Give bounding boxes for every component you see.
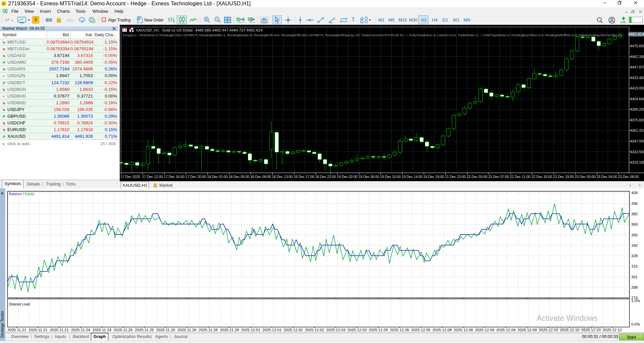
svg-text:4447.870: 4447.870 xyxy=(630,65,644,69)
svg-text:22 Dec 07:00: 22 Dec 07:00 xyxy=(488,175,509,179)
svg-text:315: 315 xyxy=(631,264,638,268)
svg-text:18 Dec 21:00: 18 Dec 21:00 xyxy=(315,175,336,179)
svg-text:2025.11.25: 2025.11.25 xyxy=(114,328,133,332)
svg-text:23 Dec 04:00: 23 Dec 04:00 xyxy=(596,175,617,179)
svg-text:2025.11.21: 2025.11.21 xyxy=(50,328,69,332)
svg-text:18 Dec 01:00: 18 Dec 01:00 xyxy=(207,175,228,179)
svg-text:LVL: LVL xyxy=(621,20,627,24)
svg-text:409: 409 xyxy=(631,191,638,195)
svg-text:342: 342 xyxy=(631,243,638,247)
svg-text:4390.230: 4390.230 xyxy=(630,107,644,111)
svg-text:4361.410: 4361.410 xyxy=(630,128,644,132)
svg-text:2025.12.08: 2025.12.08 xyxy=(432,328,452,332)
svg-text:2025.12.03: 2025.12.03 xyxy=(347,328,367,332)
svg-text:4419.050: 4419.050 xyxy=(630,86,644,90)
svg-text:22 Dec 19:00: 22 Dec 19:00 xyxy=(553,175,574,179)
svg-text:22 Dec 15:00: 22 Dec 15:00 xyxy=(532,175,552,179)
svg-text:22 Dec 11:00: 22 Dec 11:00 xyxy=(510,175,530,179)
svg-text:4433.460: 4433.460 xyxy=(630,76,644,80)
svg-text:18 Dec 05:00: 18 Dec 05:00 xyxy=(229,175,250,179)
svg-text:2025.11.24: 2025.11.24 xyxy=(92,328,111,332)
svg-text:2025.12.05: 2025.12.05 xyxy=(390,328,409,332)
svg-text:2025.11.21: 2025.11.21 xyxy=(7,328,26,332)
svg-text:4347.000: 4347.000 xyxy=(630,139,644,143)
svg-text:301: 301 xyxy=(631,275,638,279)
svg-text:18 Dec 17:00: 18 Dec 17:00 xyxy=(293,175,314,179)
svg-text:19 Dec 10:00: 19 Dec 10:00 xyxy=(380,175,401,179)
svg-text:2025.12.02: 2025.12.02 xyxy=(283,328,303,332)
svg-text:Strategy Tester: Strategy Tester xyxy=(0,311,5,338)
svg-text:0.0%: 0.0% xyxy=(631,322,640,326)
svg-text:2025.12.05: 2025.12.05 xyxy=(369,328,388,332)
svg-text:2025.12.05: 2025.12.05 xyxy=(411,328,431,332)
svg-text:2025.11.26: 2025.11.26 xyxy=(177,328,197,332)
svg-text:23 Dec 00:00: 23 Dec 00:00 xyxy=(575,175,596,179)
svg-text:4318.180: 4318.180 xyxy=(630,160,644,164)
svg-text:2025.11.21: 2025.11.21 xyxy=(29,328,48,332)
svg-text:288: 288 xyxy=(631,285,638,289)
svg-text:19 Dec 18:00: 19 Dec 18:00 xyxy=(423,175,444,179)
svg-text:17 Dec 16:00: 17 Dec 16:00 xyxy=(164,175,184,179)
svg-text:23 Dec 08:00: 23 Dec 08:00 xyxy=(618,175,639,179)
svg-text:328: 328 xyxy=(631,254,638,258)
svg-text:355: 355 xyxy=(631,233,638,237)
svg-text:369: 369 xyxy=(631,222,638,226)
svg-text:2025.12.09: 2025.12.09 xyxy=(475,328,494,332)
svg-text:4375.820: 4375.820 xyxy=(630,118,644,122)
svg-text:2025.12.09: 2025.12.09 xyxy=(518,328,537,332)
svg-text:17 Dec 12:00: 17 Dec 12:00 xyxy=(142,175,163,179)
svg-text:4332.590: 4332.590 xyxy=(630,150,644,154)
svg-text:22 Dec 03:00: 22 Dec 03:00 xyxy=(467,175,487,179)
svg-text:17 Dec 20:00: 17 Dec 20:00 xyxy=(185,175,206,179)
svg-text:18 Dec 09:00: 18 Dec 09:00 xyxy=(250,175,271,179)
svg-text:2025.11.28: 2025.11.28 xyxy=(220,328,239,332)
svg-text:4404.640: 4404.640 xyxy=(630,97,644,101)
svg-text:2025.11.28: 2025.11.28 xyxy=(199,328,218,332)
svg-text:2025.12.01: 2025.12.01 xyxy=(241,328,261,332)
svg-text:2025.12.02: 2025.12.02 xyxy=(305,328,324,332)
svg-text:19 Dec 02:00: 19 Dec 02:00 xyxy=(337,175,358,179)
svg-text:19 Dec 14:00: 19 Dec 14:00 xyxy=(402,175,423,179)
svg-text:4476.690: 4476.690 xyxy=(630,44,644,48)
svg-text:2025.11.24: 2025.11.24 xyxy=(71,328,90,332)
svg-text:21 Dec 23:00: 21 Dec 23:00 xyxy=(445,175,466,179)
svg-text:2025.12.08: 2025.12.08 xyxy=(454,328,473,332)
svg-text:1.0%: 1.0% xyxy=(631,299,640,303)
svg-text:396: 396 xyxy=(631,202,638,206)
svg-text:17 Dec 2025: 17 Dec 2025 xyxy=(120,175,140,179)
svg-text:18 Dec 13:00: 18 Dec 13:00 xyxy=(272,175,293,179)
svg-text:19 Dec 06:00: 19 Dec 06:00 xyxy=(359,175,379,179)
svg-text:2025.12.09: 2025.12.09 xyxy=(496,328,516,332)
svg-text:2025.12.01: 2025.12.01 xyxy=(262,328,282,332)
svg-text:2025.12.03: 2025.12.03 xyxy=(326,328,345,332)
svg-text:2025.11.26: 2025.11.26 xyxy=(156,328,175,332)
svg-text:4462.280: 4462.280 xyxy=(630,55,644,59)
svg-text:2025.11.25: 2025.11.25 xyxy=(135,328,154,332)
svg-text:382: 382 xyxy=(631,212,638,216)
